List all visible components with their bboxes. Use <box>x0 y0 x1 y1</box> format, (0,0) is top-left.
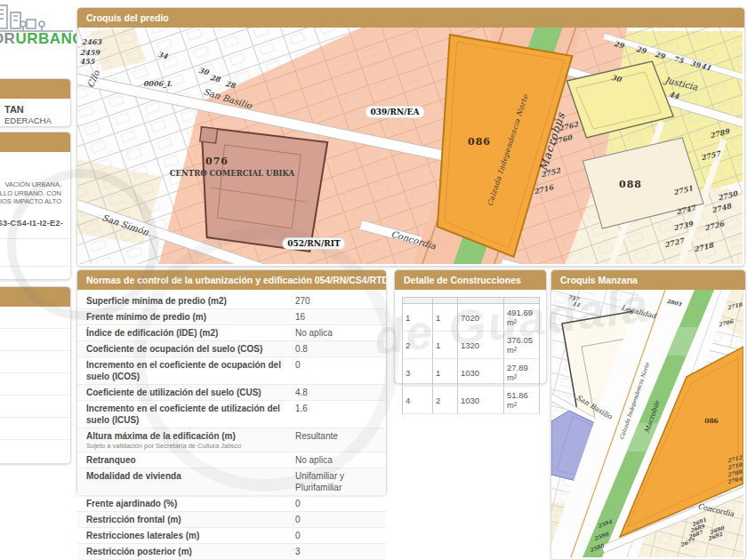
normas-row-label: Retranqueo <box>86 455 136 465</box>
normas-row-value: Resultante <box>295 430 377 442</box>
normas-row-value: No aplica <box>295 327 377 339</box>
num-map-label: 30 <box>197 66 209 76</box>
normas-row-value: Unifamiliar y Plurifamiliar <box>295 470 377 493</box>
predio-map-labels: San BasilioSan SimónClloConcordiaJustici… <box>77 28 743 264</box>
num-map-label: 0006_L <box>143 79 172 88</box>
num-sm-map-label: 2588 <box>589 542 605 553</box>
manzana-map[interactable]: LegalidadSan BasilioConcordiaCalzada Ind… <box>551 290 743 557</box>
sidebar-list-item <box>0 351 70 373</box>
normas-row-label: Incremento en el coeficiente de ocupació… <box>86 360 281 381</box>
superficie-cell: 376.05 m² <box>504 332 540 359</box>
pisos-cell: 1 <box>433 304 458 332</box>
num-map-label: 29 <box>635 44 647 55</box>
normas-row-label: Frente ajardinado (%) <box>86 499 177 508</box>
construcciones-card: Detalle de Construcciones 1 1 7020 491.6… <box>394 269 547 384</box>
brand-text: VISORURBANO <box>0 30 84 48</box>
num-map-label: 2751 <box>672 183 694 196</box>
construcciones-header-cell <box>504 298 540 304</box>
normas-row-value: 270 <box>295 295 377 307</box>
predio-map[interactable]: San BasilioSan SimónClloConcordiaJustici… <box>77 28 743 264</box>
num-sm-map-label: 737 <box>567 293 580 302</box>
normas-row: Coeficiente de ocupación del suelo (COS)… <box>77 341 386 357</box>
normas-row-label: Coeficiente de utilización del suelo (CU… <box>86 388 261 397</box>
normas-row-value: 16 <box>295 311 377 323</box>
sidebar-list-item <box>0 373 70 396</box>
sidebar-card-location-header <box>0 79 70 99</box>
street-sm-map-label: Calzada Independencia Norte <box>486 93 529 207</box>
street-m-map-label: Concordia <box>697 502 735 518</box>
num-map-label: 39 <box>689 59 701 69</box>
street-map-label: Cllo <box>85 69 101 90</box>
predio-map-title: Croquis del predio <box>77 8 744 28</box>
num-map-label: 2716 <box>533 182 554 196</box>
street-map-label: San Simón <box>100 212 149 237</box>
bloque-cell: 1 <box>403 304 433 332</box>
pill-map-label: 052/RN/RIT <box>283 238 344 249</box>
pisos-cell: 2 <box>433 387 458 414</box>
normas-row: Incremento en el coeficiente de utilizac… <box>77 401 386 428</box>
normas-row: Índice de edificación (IDE) (m2) No apli… <box>77 325 386 341</box>
normas-row: Frente mínimo de predio (m) 16 <box>77 309 386 325</box>
sidebar-empty-row <box>0 239 70 266</box>
normas-row: Restricción frontal (m) 0 <box>77 512 386 528</box>
num-map-label: 2750 <box>717 188 738 202</box>
pill-map-label: 039/RN/EA <box>366 107 424 117</box>
sidebar-card-zoning: VACIÓN URBANA, ROLLO URBANO, CON RVICIOS… <box>0 132 71 280</box>
construcciones-title: Detalle de Construcciones <box>395 270 546 290</box>
construcciones-row: 3 1 1030 27.89 m² <box>403 359 540 387</box>
normas-row: Retranqueo No aplica <box>77 452 386 468</box>
num-map-label: 2747 <box>675 203 696 216</box>
normas-row-value: 0 <box>295 359 377 371</box>
bloque-cell: 3 <box>403 359 433 387</box>
sidebar-list-item <box>0 440 70 461</box>
normas-row-label: Restricción frontal (m) <box>86 515 181 524</box>
pisos-cell: 1 <box>433 332 458 359</box>
manzana-map-title: Croquis Manzana <box>551 270 745 290</box>
sidebar-list-item <box>0 396 70 418</box>
normas-row-value: No aplica <box>295 454 377 466</box>
normas-title: Normas de control de la urbanización y e… <box>77 270 386 290</box>
num-map-label: 2757 <box>700 148 721 162</box>
num-map-label: 2726 <box>703 219 725 232</box>
num-map-label: 2718 <box>693 240 714 253</box>
num-map-label: 2760 <box>551 132 573 146</box>
sidebar-card-zoning-header <box>0 132 70 152</box>
zoning-description-line: RVICIOS IMPACTO ALTO <box>0 197 70 206</box>
manzana-map-labels: LegalidadSan BasilioConcordiaCalzada Ind… <box>551 290 743 557</box>
visor-urbano-logo: VISORURBANO <box>0 0 71 55</box>
normas-row-label: Modalidad de vivienda <box>86 471 181 481</box>
normas-row: Coeficiente de utilización del suelo (CU… <box>77 385 386 401</box>
visor-urbano-page: { "palette":{"gold_header":"#c09859","br… <box>0 0 747 560</box>
street-m-map-label: San Basilio <box>574 394 613 421</box>
zoning-description-line: ROLLO URBANO, CON <box>0 189 70 198</box>
num-sm-map-label: 2687 <box>687 529 703 540</box>
construcciones-row: 4 2 1030 51.86 m² <box>403 387 540 414</box>
num-map-label: 2789 <box>709 126 730 140</box>
normas-row-label: Superficie mínima de predio (m2) <box>86 296 227 306</box>
construcciones-header-cell <box>458 298 504 304</box>
num-sm-map-label: 2712 <box>727 454 743 464</box>
normas-row-value: 0 <box>295 498 377 509</box>
num-map-label: 44 <box>668 90 679 100</box>
clasificacion-cell: 1320 <box>458 332 504 359</box>
normas-row-label: Incremento en el coeficiente de utilizac… <box>86 404 280 425</box>
num-map-label: 2739 <box>672 219 694 232</box>
normas-row-label: Coeficiente de ocupación del suelo (COS) <box>86 344 262 354</box>
normas-row: Altura máxima de la edificación (m)Sujet… <box>77 428 386 452</box>
normas-row-label: Frente mínimo de predio (m) <box>86 312 206 322</box>
num-map-label: 2459 <box>80 48 100 57</box>
superficie-cell: 51.86 m² <box>504 387 540 414</box>
superficie-cell: 491.69 m² <box>504 304 540 332</box>
sidebar-list-item <box>0 307 70 329</box>
num-sm-map-label: 2710 <box>727 461 743 471</box>
num-map-label: 28 <box>224 79 236 90</box>
sidebar-card-list-header <box>0 287 70 307</box>
num-sm-map-label: 2692 <box>707 531 723 541</box>
num-sm-map-label: 2803 <box>666 298 682 308</box>
normas-row-label: Restricciones laterales (m) <box>86 531 199 540</box>
construcciones-table: 1 1 7020 491.69 m² 2 1 1320 376.05 m² 3 … <box>402 297 540 414</box>
divider <box>0 266 70 267</box>
street-map-label: San Basilio <box>202 86 253 110</box>
street-lg-map-label: Macrobús <box>537 110 568 172</box>
normas-row-value: 1.6 <box>295 403 377 414</box>
